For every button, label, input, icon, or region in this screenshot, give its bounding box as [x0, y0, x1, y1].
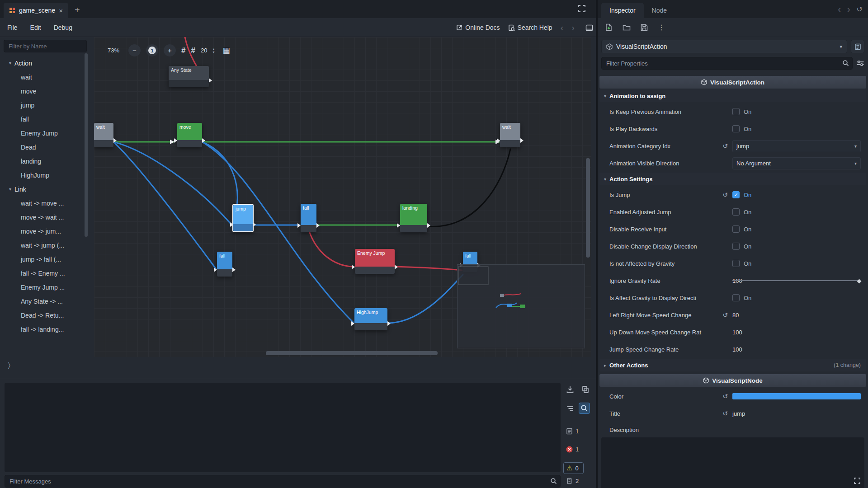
object-selector-dropdown[interactable]: VisualScriptAction ▾	[601, 40, 847, 53]
tab-inspector[interactable]: Inspector	[601, 3, 644, 18]
revert-icon[interactable]: ↺	[722, 142, 728, 150]
tree-item-wait[interactable]: wait	[4, 70, 87, 84]
tree-item-link-1[interactable]: move -> wait ...	[4, 210, 87, 224]
graph-node-any-state[interactable]: Any State	[169, 66, 209, 87]
save-resource-icon[interactable]	[641, 24, 648, 31]
nav-forward-icon[interactable]: ›	[571, 23, 575, 32]
revert-icon[interactable]: ↺	[722, 393, 728, 400]
description-textarea[interactable]	[601, 437, 864, 488]
tree-item-link-7[interactable]: Any State -> ...	[4, 294, 87, 308]
menu-edit[interactable]: Edit	[25, 21, 47, 34]
filter-properties-input[interactable]	[601, 57, 853, 70]
graph-node-wait-right[interactable]: wait	[500, 123, 520, 147]
graph-node-enemy-jump[interactable]: Enemy Jump	[355, 249, 395, 274]
tree-item-link-4[interactable]: jump -> fall (...	[4, 252, 87, 266]
sidebar-scrollbar[interactable]	[85, 53, 88, 237]
graph-node-landing[interactable]: landing	[400, 204, 427, 232]
checkbox-unchecked[interactable]	[732, 208, 740, 216]
tree-item-link-9[interactable]: fall -> landing...	[4, 322, 87, 336]
revert-icon[interactable]: ↺	[722, 410, 728, 417]
graph-node-wait-left[interactable]: wait	[94, 123, 113, 147]
spin-down-icon[interactable]: ▾	[212, 51, 214, 54]
warning-count-badge[interactable]: ⚠ 0	[563, 462, 584, 474]
checkbox-unchecked[interactable]	[732, 294, 740, 301]
tree-item-jump[interactable]: jump	[4, 98, 87, 112]
expand-textarea-icon[interactable]	[854, 477, 861, 484]
snap-step-spinner[interactable]: ▴ ▾	[212, 47, 214, 54]
graph-node-jump-selected[interactable]: jump	[232, 204, 254, 232]
message-count-badge[interactable]: 2	[566, 478, 579, 484]
script-panel-icon[interactable]	[585, 24, 593, 31]
checkbox-unchecked[interactable]	[732, 243, 740, 250]
search-help-button[interactable]: Search Help	[508, 24, 552, 31]
state-machine-graph[interactable]: 73% − 1 + # # 20 ▴ ▾ ▦ Any State wait mo…	[94, 37, 591, 357]
new-tab-button[interactable]: +	[75, 5, 80, 15]
tree-section-action[interactable]: ▾ Action	[4, 56, 87, 70]
checkbox-checked[interactable]: ✓	[732, 191, 740, 198]
fullscreen-icon[interactable]	[578, 5, 586, 13]
checkbox-unchecked[interactable]	[732, 108, 740, 115]
tree-item-landing[interactable]: landing	[4, 154, 87, 168]
color-picker-swatch[interactable]	[732, 393, 861, 399]
graph-minimap[interactable]	[457, 264, 585, 348]
object-history-icon[interactable]: ↺	[857, 5, 863, 14]
tree-item-link-5[interactable]: fall -> Enemy ...	[4, 266, 87, 280]
collapse-filter-icon[interactable]	[566, 404, 574, 413]
close-icon[interactable]: ×	[59, 7, 63, 14]
number-field[interactable]: 80	[732, 312, 739, 319]
nav-back-icon[interactable]: ‹	[561, 23, 564, 32]
zoom-in-button[interactable]: +	[164, 44, 176, 56]
tree-item-link-6[interactable]: Enemy Jump ...	[4, 280, 87, 294]
number-field[interactable]: 100	[732, 346, 742, 353]
tree-item-highjump[interactable]: HighJump	[4, 168, 87, 182]
checkbox-unchecked[interactable]	[732, 125, 740, 132]
graph-node-fall-lower[interactable]: fall	[217, 252, 232, 277]
error-count-badge[interactable]: 1	[566, 446, 579, 453]
filter-messages-input[interactable]	[5, 475, 561, 488]
history-back-icon[interactable]: ‹	[838, 5, 841, 14]
graph-node-move[interactable]: move	[177, 123, 202, 147]
section-animation-to-assign[interactable]: ▾ Animation to assign	[599, 89, 866, 102]
history-forward-icon[interactable]: ›	[847, 5, 850, 14]
revert-icon[interactable]: ↺	[722, 311, 728, 319]
search-log-icon[interactable]	[579, 403, 590, 414]
tree-item-dead[interactable]: Dead	[4, 140, 87, 154]
snap-toggle-icon[interactable]: #	[181, 46, 185, 55]
checkbox-unchecked[interactable]	[732, 225, 740, 233]
new-resource-icon[interactable]	[605, 23, 613, 31]
copy-log-icon[interactable]	[581, 385, 590, 394]
snap-grid-icon[interactable]: #	[191, 46, 195, 55]
menu-debug[interactable]: Debug	[48, 21, 78, 34]
tree-section-link[interactable]: ▾ Link	[4, 182, 87, 196]
graph-node-fall-mid[interactable]: fall	[301, 204, 316, 232]
property-tools-icon[interactable]	[856, 60, 864, 67]
log-count-badge[interactable]: 1	[566, 428, 579, 435]
graph-node-highjump[interactable]: HighJump	[354, 308, 387, 330]
load-resource-icon[interactable]	[623, 24, 631, 31]
title-text-field[interactable]: jump	[732, 410, 745, 417]
tab-game-scene[interactable]: game_scene ×	[4, 3, 68, 18]
zoom-reset-button[interactable]: 1	[146, 44, 158, 56]
panel-toggle-arrow[interactable]: 〉	[7, 361, 15, 371]
filter-by-name-input[interactable]	[4, 40, 87, 52]
number-slider[interactable]: 100	[732, 277, 861, 284]
tree-item-link-0[interactable]: wait -> move ...	[4, 196, 87, 210]
section-action-settings[interactable]: ▾ Action Settings	[599, 173, 866, 185]
open-class-docs-icon[interactable]	[851, 40, 864, 53]
checkbox-unchecked[interactable]	[732, 260, 740, 267]
tab-node[interactable]: Node	[644, 3, 675, 18]
tree-item-link-3[interactable]: wait -> jump (...	[4, 238, 87, 252]
tree-item-link-8[interactable]: Dead -> Retu...	[4, 308, 87, 322]
revert-icon[interactable]: ↺	[722, 191, 728, 198]
zoom-out-button[interactable]: −	[128, 44, 141, 56]
online-docs-button[interactable]: Online Docs	[456, 24, 500, 31]
section-other-actions[interactable]: ▸ Other Actions (1 change)	[599, 359, 866, 371]
tree-item-link-2[interactable]: move -> jum...	[4, 224, 87, 238]
extra-tools-icon[interactable]: ⋮	[658, 23, 665, 32]
tree-item-fall[interactable]: fall	[4, 112, 87, 126]
menu-file[interactable]: File	[2, 21, 23, 34]
animation-category-dropdown[interactable]: jump▾	[732, 140, 861, 152]
tree-item-move[interactable]: move	[4, 84, 87, 98]
snap-step-value[interactable]: 20	[201, 47, 207, 54]
minimap-toggle-icon[interactable]: ▦	[222, 46, 230, 55]
